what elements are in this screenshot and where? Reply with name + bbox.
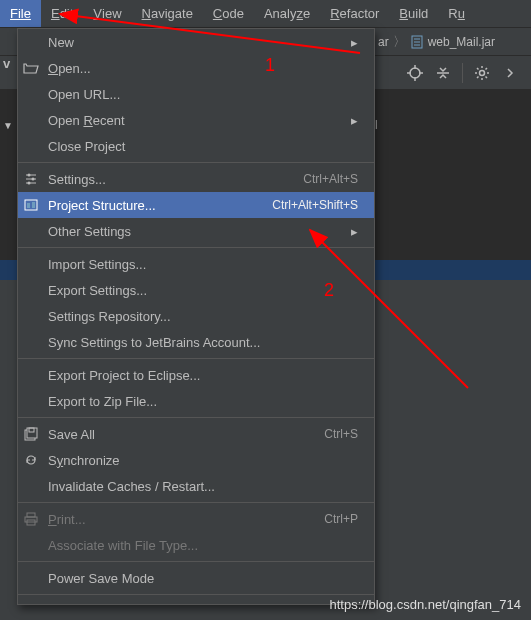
tab-hint: l [375,118,378,132]
menu-label: Open URL... [48,87,358,102]
menu-shortcut: Ctrl+P [324,512,358,526]
menu-label: Open Recent [48,113,351,128]
submenu-arrow-icon: ▸ [351,224,358,239]
menu-item-open[interactable]: Open... [18,55,374,81]
menu-shortcut: Ctrl+S [324,427,358,441]
menu-shortcut: Ctrl+Alt+Shift+S [272,198,358,212]
blank-icon [22,33,40,51]
menu-run[interactable]: Ru [438,0,475,27]
menu-separator [18,162,374,163]
menu-label: Associate with File Type... [48,538,358,553]
submenu-arrow-icon: ▸ [351,35,358,50]
menu-item-synchronize[interactable]: Synchronize [18,447,374,473]
menu-label: Save All [48,427,324,442]
menu-label: Export to Zip File... [48,394,358,409]
file-menu-dropdown: New ▸ Open... Open URL... Open Recent ▸ … [17,28,375,605]
menu-label: Print... [48,512,324,527]
svg-point-12 [28,174,31,177]
menu-label: Open... [48,61,358,76]
folder-open-icon [22,59,40,77]
menu-label: Project Structure... [48,198,272,213]
save-all-icon [22,425,40,443]
blank-icon [22,536,40,554]
menu-item-import-settings[interactable]: Import Settings... [18,251,374,277]
menu-item-new[interactable]: New ▸ [18,29,374,55]
menu-label: Import Settings... [48,257,358,272]
menu-label: Close Project [48,139,358,154]
blank-icon [22,137,40,155]
menu-label: Power Save Mode [48,571,358,586]
menu-item-settings-repository[interactable]: Settings Repository... [18,303,374,329]
blank-icon [22,281,40,299]
svg-rect-18 [27,203,30,208]
menu-item-export-eclipse[interactable]: Export Project to Eclipse... [18,362,374,388]
menu-analyze[interactable]: Analyze [254,0,320,27]
print-icon [22,510,40,528]
menu-code[interactable]: Code [203,0,254,27]
menu-item-close-project[interactable]: Close Project [18,133,374,159]
menu-separator [18,502,374,503]
menu-label: Export Project to Eclipse... [48,368,358,383]
menu-edit[interactable]: Edit [41,0,83,27]
menu-item-associate-filetype[interactable]: Associate with File Type... [18,532,374,558]
chevron-right-icon[interactable] [497,60,523,86]
svg-rect-17 [25,200,37,210]
settings-icon [22,170,40,188]
svg-point-16 [28,182,31,185]
menu-item-sync-settings[interactable]: Sync Settings to JetBrains Account... [18,329,374,355]
menu-item-project-structure[interactable]: Project Structure... Ctrl+Alt+Shift+S [18,192,374,218]
menu-label: Other Settings [48,224,351,239]
breadcrumb-separator: 〉 [393,33,406,51]
blank-icon [22,333,40,351]
blank-icon [22,569,40,587]
menu-item-other-settings[interactable]: Other Settings ▸ [18,218,374,244]
svg-rect-23 [27,513,35,517]
menu-item-open-url[interactable]: Open URL... [18,81,374,107]
menu-file[interactable]: File [0,0,41,27]
blank-icon [22,255,40,273]
panel-triangle: ▼ [3,120,13,131]
menu-build[interactable]: Build [389,0,438,27]
menu-view[interactable]: View [83,0,131,27]
menu-label: Invalidate Caches / Restart... [48,479,358,494]
breadcrumb-ar: ar [378,35,389,49]
menu-item-export-settings[interactable]: Export Settings... [18,277,374,303]
toolbar-separator [462,63,463,83]
menu-item-export-zip[interactable]: Export to Zip File... [18,388,374,414]
menu-item-open-recent[interactable]: Open Recent ▸ [18,107,374,133]
menu-item-invalidate-caches[interactable]: Invalidate Caches / Restart... [18,473,374,499]
blank-icon [22,85,40,103]
svg-rect-19 [32,202,35,208]
breadcrumb-jar[interactable]: web_Mail.jar [428,35,495,49]
panel-v-label: v [3,56,10,71]
menu-label: Export Settings... [48,283,358,298]
menu-item-print[interactable]: Print... Ctrl+P [18,506,374,532]
menu-separator [18,594,374,595]
blank-icon [22,307,40,325]
menu-label: New [48,35,351,50]
project-structure-icon [22,196,40,214]
menu-label: Settings... [48,172,303,187]
menu-item-power-save[interactable]: Power Save Mode [18,565,374,591]
menu-label: Sync Settings to JetBrains Account... [48,335,358,350]
menu-label: Settings Repository... [48,309,358,324]
blank-icon [22,222,40,240]
menu-refactor[interactable]: Refactor [320,0,389,27]
jar-icon [410,35,424,49]
svg-point-10 [480,70,485,75]
menu-item-settings[interactable]: Settings... Ctrl+Alt+S [18,166,374,192]
svg-point-14 [32,178,35,181]
menu-navigate[interactable]: Navigate [132,0,203,27]
menu-label: Synchronize [48,453,358,468]
gear-icon[interactable] [469,60,495,86]
target-icon[interactable] [402,60,428,86]
blank-icon [22,477,40,495]
blank-icon [22,366,40,384]
menu-separator [18,358,374,359]
collapse-icon[interactable] [430,60,456,86]
menu-separator [18,247,374,248]
menu-shortcut: Ctrl+Alt+S [303,172,358,186]
menu-item-save-all[interactable]: Save All Ctrl+S [18,421,374,447]
menubar: File Edit View Navigate Code Analyze Ref… [0,0,531,28]
menu-separator [18,561,374,562]
